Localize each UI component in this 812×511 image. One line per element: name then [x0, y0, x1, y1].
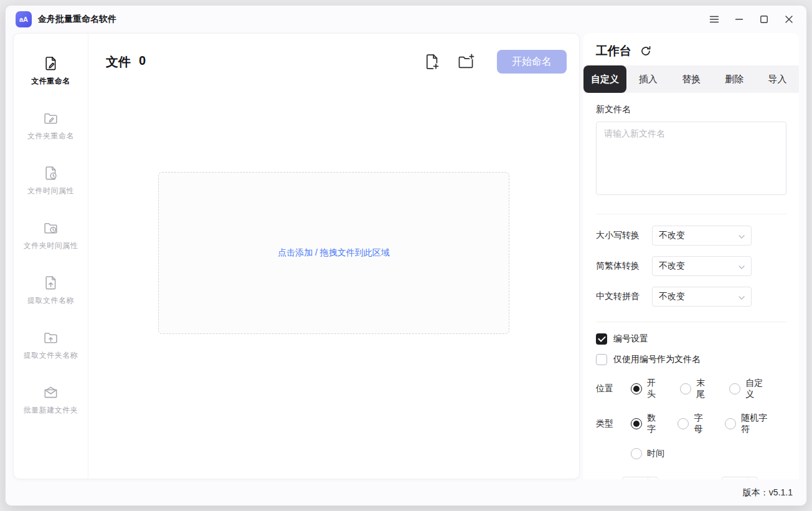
sidebar-item-folder-rename[interactable]: 文件夹重命名: [14, 98, 88, 153]
sidebar-item-file-rename[interactable]: 文件重命名: [14, 44, 88, 98]
chevron-down-icon: [739, 261, 745, 271]
sidebar-item-label: 批量新建文件夹: [24, 405, 78, 416]
numbering-settings-label: 编号设置: [613, 333, 648, 345]
refresh-icon[interactable]: [640, 45, 651, 57]
dropzone-text: 点击添加 / 拖拽文件到此区域: [278, 247, 390, 259]
position-group-label: 位置: [596, 383, 631, 394]
app-logo-icon: aA: [16, 11, 32, 27]
add-folder-icon[interactable]: [457, 53, 476, 70]
file-list-title: 文件 0: [106, 54, 146, 70]
pinyin-convert-select[interactable]: 不改变: [652, 287, 752, 307]
tab-insert[interactable]: 插入: [626, 65, 669, 93]
number-only-label: 仅使用编号作为文件名: [613, 354, 701, 365]
batch-new-folder-icon: [43, 384, 59, 400]
radio-label: 时间: [647, 448, 664, 459]
file-dropzone[interactable]: 点击添加 / 拖拽文件到此区域: [158, 172, 509, 334]
add-file-icon[interactable]: [423, 53, 441, 70]
sidebar-item-label: 文件夹时间属性: [24, 241, 78, 251]
window-title: 金舟批量重命名软件: [38, 14, 116, 25]
checkbox-unchecked-icon[interactable]: [596, 354, 607, 365]
spinner-arrows[interactable]: [747, 477, 757, 479]
pinyin-convert-label: 中文转拼音: [596, 291, 652, 302]
close-icon[interactable]: [784, 14, 794, 24]
radio-icon: [677, 418, 689, 429]
tab-import[interactable]: 导入: [756, 65, 799, 93]
file-panel: 文件重命名 文件夹重命名: [13, 33, 580, 479]
radio-label: 自定义: [745, 378, 768, 400]
divider: [596, 322, 786, 322]
radio-icon: [631, 448, 642, 459]
sidebar-item-extract-folder-name[interactable]: 提取文件夹名称: [14, 318, 88, 373]
sidebar-item-extract-file-name[interactable]: 提取文件名称: [14, 263, 88, 318]
radio-label: 字母: [694, 413, 706, 435]
tab-delete[interactable]: 删除: [713, 65, 756, 93]
case-convert-select[interactable]: 不改变: [652, 226, 752, 246]
radio-type-number[interactable]: 数字: [631, 413, 659, 435]
radio-label: 随机字符: [741, 413, 768, 435]
statusbar: 版本：v5.1.1: [6, 479, 806, 506]
sidebar-item-label: 文件时间属性: [27, 186, 74, 196]
radio-position-end[interactable]: 末尾: [680, 378, 710, 400]
folder-time-icon: [43, 220, 59, 236]
radio-selected-icon: [631, 383, 642, 394]
type-radio-group: 类型 数字 字母 随机字符: [596, 413, 786, 435]
radio-icon: [680, 383, 691, 394]
radio-position-custom[interactable]: 自定义: [729, 378, 768, 400]
radio-label: 末尾: [696, 378, 710, 400]
numbering-values-row: 起始 1 增量 1: [596, 477, 786, 479]
case-convert-label: 大小写转换: [596, 230, 652, 241]
titlebar: aA 金舟批量重命名软件: [6, 6, 806, 33]
start-number-value: 1: [623, 477, 648, 479]
file-count: 0: [139, 54, 146, 70]
start-number-input[interactable]: 1: [622, 477, 658, 479]
new-filename-input[interactable]: [596, 122, 786, 195]
numbering-settings-checkbox-row[interactable]: 编号设置: [596, 333, 786, 345]
radio-icon: [729, 383, 740, 394]
sidebar-item-label: 文件夹重命名: [27, 131, 74, 141]
traditional-convert-value: 不改变: [659, 260, 685, 272]
version-label: 版本：v5.1.1: [743, 487, 793, 499]
increment-input[interactable]: 1: [722, 477, 758, 479]
case-convert-value: 不改变: [659, 230, 685, 241]
sidebar: 文件重命名 文件夹重命名: [14, 34, 88, 479]
sidebar-item-label: 文件重命名: [31, 76, 70, 87]
menu-icon[interactable]: [709, 14, 719, 24]
minimize-icon[interactable]: [734, 14, 744, 24]
file-list-area: 文件 0: [88, 34, 579, 479]
app-window: aA 金舟批量重命名软件: [5, 5, 807, 506]
radio-type-random[interactable]: 随机字符: [725, 413, 768, 435]
tab-custom[interactable]: 自定义: [583, 65, 626, 93]
traditional-convert-select[interactable]: 不改变: [652, 256, 752, 276]
sidebar-item-file-time[interactable]: 文件时间属性: [14, 153, 88, 208]
file-title-text: 文件: [106, 54, 131, 70]
workbench-tabs: 自定义 插入 替换 删除 导入: [583, 65, 799, 93]
radio-label: 开头: [647, 378, 661, 400]
radio-type-time[interactable]: 时间: [631, 448, 664, 459]
divider: [596, 214, 786, 214]
radio-label: 数字: [647, 413, 659, 435]
workbench-title: 工作台: [596, 43, 631, 59]
radio-type-letter[interactable]: 字母: [677, 413, 706, 435]
radio-position-start[interactable]: 开头: [631, 378, 661, 400]
checkbox-checked-icon[interactable]: [596, 333, 607, 345]
maximize-icon[interactable]: [759, 14, 769, 24]
number-only-checkbox-row[interactable]: 仅使用编号作为文件名: [596, 354, 786, 365]
new-filename-label: 新文件名: [596, 104, 786, 115]
sidebar-item-label: 提取文件夹名称: [24, 350, 78, 361]
sidebar-item-batch-new-folder[interactable]: 批量新建文件夹: [14, 373, 88, 427]
file-time-icon: [43, 165, 59, 181]
extract-folder-name-icon: [43, 330, 59, 345]
radio-icon: [725, 418, 736, 429]
tab-replace[interactable]: 替换: [669, 65, 712, 93]
sidebar-item-label: 提取文件名称: [27, 295, 74, 306]
sidebar-item-folder-time[interactable]: 文件夹时间属性: [14, 208, 88, 263]
traditional-convert-label: 简繁体转换: [596, 260, 652, 272]
increment-value: 1: [722, 477, 747, 479]
file-rename-icon: [43, 55, 59, 71]
spinner-arrows[interactable]: [648, 477, 658, 479]
start-rename-button[interactable]: 开始命名: [497, 50, 567, 74]
pinyin-convert-value: 不改变: [659, 291, 685, 302]
workbench-panel: 工作台 自定义 插入 替换 删除 导入 新文件名: [583, 33, 799, 479]
extract-file-name-icon: [43, 275, 59, 290]
chevron-down-icon: [739, 292, 745, 302]
